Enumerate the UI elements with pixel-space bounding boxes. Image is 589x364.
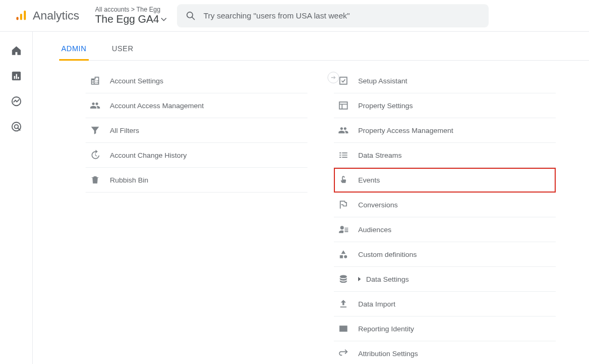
expand-caret-icon bbox=[358, 277, 361, 281]
history-icon bbox=[90, 150, 100, 160]
tab-admin[interactable]: ADMIN bbox=[59, 38, 89, 61]
property-item-label: Custom definitions bbox=[358, 251, 417, 258]
nav-home-icon[interactable] bbox=[10, 44, 23, 57]
search-icon bbox=[185, 11, 196, 21]
account-item-label: Account Change History bbox=[110, 151, 187, 159]
people-icon bbox=[90, 100, 100, 111]
account-item-account-change-history[interactable]: Account Change History bbox=[86, 143, 307, 168]
property-item-reporting-identity[interactable]: Reporting Identity bbox=[334, 317, 556, 341]
property-switcher[interactable]: All accounts > The Egg The Egg GA4 bbox=[95, 6, 166, 25]
property-item-conversions[interactable]: Conversions bbox=[334, 193, 556, 217]
audience-icon bbox=[338, 224, 349, 235]
stack-icon bbox=[338, 274, 349, 284]
property-item-label: Events bbox=[358, 176, 380, 184]
account-item-label: Account Settings bbox=[110, 77, 163, 85]
property-item-label: Conversions bbox=[358, 201, 398, 209]
property-name-label: The Egg GA4 bbox=[95, 13, 159, 25]
property-item-label: Reporting Identity bbox=[358, 325, 414, 333]
property-item-label: Setup Assistant bbox=[358, 77, 407, 85]
tab-user[interactable]: USER bbox=[110, 38, 136, 60]
property-item-custom-definitions[interactable]: Custom definitions bbox=[334, 242, 556, 267]
flag-icon bbox=[338, 199, 349, 210]
svg-rect-8 bbox=[17, 77, 18, 79]
account-item-label: All Filters bbox=[110, 127, 139, 135]
nav-explore-icon[interactable] bbox=[10, 95, 23, 108]
account-column: Account SettingsAccount Access Managemen… bbox=[86, 69, 307, 364]
property-item-label: Property Settings bbox=[358, 102, 413, 110]
property-item-label: Attribution Settings bbox=[358, 350, 418, 358]
account-item-account-settings[interactable]: Account Settings bbox=[86, 69, 307, 93]
touch-icon bbox=[338, 175, 349, 185]
nav-reports-icon[interactable] bbox=[10, 70, 23, 82]
breadcrumb-parent[interactable]: All accounts bbox=[95, 6, 129, 13]
property-item-data-import[interactable]: Data Import bbox=[334, 292, 556, 317]
svg-point-3 bbox=[187, 12, 193, 17]
property-item-property-settings[interactable]: Property Settings bbox=[334, 93, 556, 118]
property-item-label: Data Import bbox=[358, 300, 396, 308]
checklist-icon bbox=[338, 75, 349, 86]
logo-area[interactable]: Analytics bbox=[15, 9, 79, 23]
account-item-account-access-management[interactable]: Account Access Management bbox=[86, 93, 307, 118]
product-name: Analytics bbox=[33, 9, 79, 23]
property-item-label: Data Streams bbox=[358, 151, 402, 159]
building-icon bbox=[90, 75, 100, 86]
upload-icon bbox=[338, 299, 349, 309]
svg-rect-7 bbox=[16, 74, 17, 79]
panel-icon bbox=[338, 100, 349, 111]
svg-rect-1 bbox=[20, 14, 22, 20]
search-bar[interactable] bbox=[177, 4, 489, 27]
account-item-all-filters[interactable]: All Filters bbox=[86, 118, 307, 143]
account-item-label: Rubbish Bin bbox=[110, 176, 148, 184]
nav-advertising-icon[interactable] bbox=[10, 120, 23, 133]
breadcrumb-child[interactable]: The Egg bbox=[136, 6, 160, 13]
swap-icon bbox=[338, 348, 349, 359]
admin-content: ADMIN USER Account SettingsAccount Acces… bbox=[33, 32, 589, 364]
account-item-rubbish-bin[interactable]: Rubbish Bin bbox=[86, 168, 307, 193]
property-item-property-access-management[interactable]: Property Access Management bbox=[334, 118, 556, 143]
property-item-audiences[interactable]: Audiences bbox=[334, 217, 556, 242]
streams-icon bbox=[338, 150, 349, 160]
admin-tabs: ADMIN USER bbox=[59, 38, 589, 61]
breadcrumb[interactable]: All accounts > The Egg bbox=[95, 6, 166, 13]
account-item-label: Account Access Management bbox=[110, 102, 204, 110]
property-item-data-settings[interactable]: Data Settings bbox=[334, 267, 556, 292]
property-item-label: Data Settings bbox=[366, 275, 409, 283]
property-item-data-streams[interactable]: Data Streams bbox=[334, 143, 556, 168]
search-input[interactable] bbox=[203, 11, 480, 20]
svg-rect-0 bbox=[16, 17, 18, 20]
property-item-label: Audiences bbox=[358, 226, 391, 234]
property-column: Setup AssistantProperty SettingsProperty… bbox=[334, 69, 556, 364]
people-icon bbox=[338, 125, 349, 136]
svg-line-4 bbox=[192, 17, 195, 20]
property-item-attribution-settings[interactable]: Attribution Settings bbox=[334, 341, 556, 364]
trash-icon bbox=[90, 175, 100, 185]
property-item-setup-assistant[interactable]: Setup Assistant bbox=[334, 69, 556, 93]
svg-rect-6 bbox=[14, 76, 15, 79]
svg-rect-2 bbox=[24, 11, 26, 20]
app-header: Analytics All accounts > The Egg The Egg… bbox=[0, 0, 589, 32]
idcard-icon bbox=[338, 323, 349, 334]
left-nav bbox=[0, 32, 33, 364]
chevron-down-icon bbox=[161, 18, 166, 21]
property-item-label: Property Access Management bbox=[358, 127, 453, 135]
analytics-logo-icon bbox=[15, 9, 27, 22]
shapes-icon bbox=[338, 249, 349, 260]
column-collapse-button[interactable] bbox=[328, 72, 339, 83]
property-dropdown[interactable]: The Egg GA4 bbox=[95, 13, 166, 25]
funnel-icon bbox=[90, 125, 100, 136]
property-item-events[interactable]: Events bbox=[334, 168, 556, 193]
